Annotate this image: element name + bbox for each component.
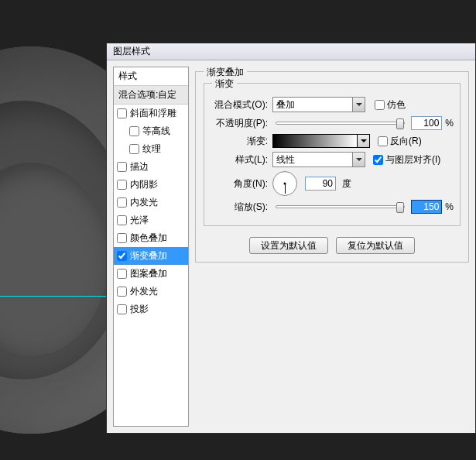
style-dropdown[interactable]: 线性 [272,152,365,167]
style-checkbox[interactable] [117,251,127,261]
inner-group-title: 渐变 [212,77,237,91]
style-item[interactable]: 渐变叠加 [114,247,188,265]
slider-thumb[interactable] [396,118,404,129]
style-item-label: 斜面和浮雕 [130,107,176,120]
dialog-title: 图层样式 [107,43,475,60]
gradient-preview[interactable] [272,134,358,148]
style-item[interactable]: 颜色叠加 [114,229,188,247]
style-item-label: 图案叠加 [130,267,167,280]
angle-input[interactable] [305,177,336,191]
align-checkbox[interactable]: 与图层对齐(I) [373,153,440,166]
style-checkbox[interactable] [129,126,139,136]
scale-slider[interactable] [276,205,405,208]
style-checkbox[interactable] [117,304,127,314]
styles-header[interactable]: 样式 [114,67,188,86]
style-item-label: 颜色叠加 [130,232,167,245]
scale-input[interactable] [411,200,442,214]
style-checkbox[interactable] [117,233,127,243]
styles-list: 样式 混合选项:自定 斜面和浮雕等高线纹理描边内阴影内发光光泽颜色叠加渐变叠加图… [113,67,189,427]
style-item[interactable]: 图案叠加 [114,265,188,283]
layer-style-dialog: 图层样式 样式 混合选项:自定 斜面和浮雕等高线纹理描边内阴影内发光光泽颜色叠加… [106,43,476,434]
blend-mode-value: 叠加 [276,98,295,112]
opacity-slider[interactable] [276,122,405,125]
dither-checkbox[interactable]: 仿色 [375,98,406,112]
style-item-label: 纹理 [142,142,161,156]
opacity-label: 不透明度(P): [211,117,269,130]
style-item-label: 投影 [130,303,149,316]
style-item[interactable]: 等高线 [114,122,188,140]
slider-thumb[interactable] [396,202,404,213]
style-item-label: 内发光 [130,196,158,209]
style-item-label: 描边 [130,160,149,173]
set-default-button[interactable]: 设置为默认值 [249,237,328,254]
style-label: 样式(L): [211,153,269,166]
opacity-input[interactable] [411,116,442,130]
style-item[interactable]: 投影 [114,300,188,318]
style-checkbox[interactable] [117,269,127,279]
style-checkbox[interactable] [117,180,127,190]
style-item[interactable]: 描边 [114,158,188,176]
style-checkbox[interactable] [117,162,127,172]
gradient-dropdown-button[interactable] [358,134,370,148]
style-item[interactable]: 内发光 [114,194,188,211]
angle-dial[interactable] [272,171,297,196]
blend-mode-label: 混合模式(O): [211,98,269,112]
style-item-label: 内阴影 [130,178,158,191]
gradient-inner-group: 渐变 混合模式(O): 叠加 仿色 不透明度(P): [204,83,461,226]
style-checkbox[interactable] [117,215,127,225]
style-item-label: 渐变叠加 [130,249,167,263]
gradient-overlay-group: 渐变叠加 渐变 混合模式(O): 叠加 仿色 不透明度 [195,71,469,263]
style-item-label: 外发光 [130,285,158,298]
angle-label: 角度(N): [211,177,269,191]
style-checkbox[interactable] [117,108,127,118]
style-value: 线性 [276,153,295,166]
style-item[interactable]: 外发光 [114,283,188,300]
style-item-label: 等高线 [142,125,170,138]
reset-default-button[interactable]: 复位为默认值 [336,237,415,254]
chevron-down-icon [352,98,365,112]
blend-mode-dropdown[interactable]: 叠加 [272,97,365,112]
style-item[interactable]: 纹理 [114,140,188,158]
reverse-checkbox[interactable]: 反向(R) [378,135,422,148]
blend-options-item[interactable]: 混合选项:自定 [114,86,188,105]
style-item[interactable]: 斜面和浮雕 [114,105,188,122]
style-item[interactable]: 光泽 [114,211,188,229]
gradient-label: 渐变: [211,135,269,148]
style-item-label: 光泽 [130,214,149,227]
style-checkbox[interactable] [129,144,139,154]
style-item[interactable]: 内阴影 [114,176,188,194]
scale-label: 缩放(S): [211,201,269,214]
style-checkbox[interactable] [117,197,127,208]
style-checkbox[interactable] [117,287,127,297]
chevron-down-icon [352,153,365,166]
